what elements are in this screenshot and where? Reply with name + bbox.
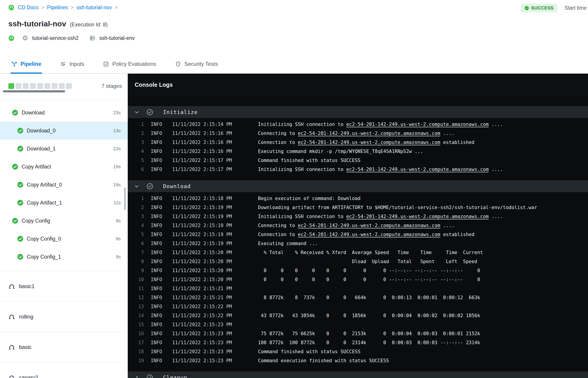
log-level: INFO <box>151 358 172 363</box>
log-text: Connecting to <box>258 131 298 136</box>
tab-pipeline[interactable]: Pipeline <box>11 55 41 73</box>
chevron-down-icon[interactable] <box>134 183 140 189</box>
log-level: INFO <box>151 277 172 282</box>
log-line: 2INFO11/11/2022 2:15:16 PMConnecting to … <box>128 129 588 138</box>
log-link: ec2-54-201-142-249.us-west-2.compute.ama… <box>298 140 440 145</box>
log-line-number: 15 <box>128 322 144 327</box>
log-text: 0 0 0 0 0 0 0 0 --:--:-- --:--:-- --:--:… <box>258 268 480 273</box>
sidebar-scrollbar[interactable] <box>124 188 126 210</box>
log-message: Command execution finished with status S… <box>258 358 389 363</box>
log-timestamp: 11/11/2022 2:15:14 PM <box>172 122 258 127</box>
minimap-square[interactable] <box>52 83 57 89</box>
minimap-square[interactable] <box>8 83 14 89</box>
section-success-icon <box>147 183 153 190</box>
log-line: 14INFO11/11/2022 2:15:22 PM 43 8772k 43 … <box>128 311 588 320</box>
tab-inputs[interactable]: Inputs <box>60 55 84 73</box>
stage-row-copy-config-0[interactable]: Copy Config_09s <box>0 230 128 248</box>
stage-row-download-0[interactable]: Download_013s <box>0 122 128 140</box>
log-section-title: Cleanup <box>163 375 187 378</box>
console-header: Console Logs <box>128 74 588 96</box>
stage-row-copy-artifact-0[interactable]: Copy Artifact_019s <box>0 176 128 194</box>
log-section-cleanup[interactable]: Cleanup <box>128 371 588 378</box>
log-text: Initializing SSH connection to <box>258 122 346 127</box>
environment-name[interactable]: ssh-tutorial-env <box>99 35 135 41</box>
log-line: 17INFO11/11/2022 2:15:23 PM100 8772k 100… <box>128 338 588 347</box>
chevron-down-icon[interactable] <box>134 109 140 115</box>
breadcrumb-link-pipelines[interactable]: Pipelines <box>47 4 68 11</box>
log-line: 7INFO11/11/2022 2:15:20 PM % Total % Rec… <box>128 248 588 257</box>
log-message: 43 8772k 43 3854k 0 0 1856k 0 0:00:04 0:… <box>258 313 480 318</box>
minimap-square[interactable] <box>59 83 65 89</box>
stage-label: Copy Config_1 <box>27 254 61 260</box>
log-line: 9INFO11/11/2022 2:15:20 PM 0 0 0 0 0 0 0… <box>128 266 588 275</box>
tab-bar: Pipeline Inputs Policy Evaluations Secur… <box>0 55 588 74</box>
log-timestamp: 11/11/2022 2:15:21 PM <box>172 286 258 291</box>
log-section-download[interactable]: Download <box>128 180 588 192</box>
minimap-square[interactable] <box>15 83 21 89</box>
execution-id: (Execution Id: 8) <box>70 22 107 28</box>
log-line-number: 5 <box>128 158 144 163</box>
pipeline-item-basic[interactable]: basic <box>0 332 128 362</box>
log-text: 0 0 0 0 0 0 0 0 --:--:-- --:--:-- --:--:… <box>258 277 480 282</box>
minimap-square[interactable] <box>30 83 36 89</box>
minimap-square[interactable] <box>44 83 50 89</box>
log-timestamp: 11/11/2022 2:15:22 PM <box>172 313 258 318</box>
log-text: .... <box>440 131 454 136</box>
pipeline-item-canary2[interactable]: canary2 <box>0 362 128 378</box>
log-timestamp: 11/11/2022 2:15:23 PM <box>172 358 258 363</box>
log-line: 2INFO11/11/2022 2:15:19 PMDownloading ar… <box>128 203 588 212</box>
log-level: INFO <box>151 259 172 264</box>
environment-icon <box>89 35 95 41</box>
breadcrumb-separator: > <box>114 4 117 11</box>
pipeline-item-rolling[interactable]: rolling <box>0 301 128 332</box>
log-line: 5INFO11/11/2022 2:15:19 PMConnection to … <box>128 230 588 239</box>
log-level: INFO <box>151 232 172 237</box>
log-message: Connecting to ec2-54-201-142-249.us-west… <box>258 223 454 228</box>
tab-label: Pipeline <box>21 61 41 67</box>
gear-icon: ⚙ <box>22 35 28 41</box>
log-timestamp: 11/11/2022 2:15:23 PM <box>172 340 258 345</box>
minimap-square[interactable] <box>66 83 72 89</box>
stage-row-download-1[interactable]: Download_123s <box>0 140 128 158</box>
minimap-scrollbar[interactable] <box>3 90 65 92</box>
service-name[interactable]: tutorial-service-ssh2 <box>32 35 79 41</box>
stage-label: Copy Artifact_1 <box>27 200 62 206</box>
log-section-initialize[interactable]: Initialize <box>128 106 588 118</box>
log-line: 6INFO11/11/2022 2:15:17 PMInitializing S… <box>128 165 588 174</box>
stage-row-copy-artifact-1[interactable]: Copy Artifact_111s <box>0 194 128 212</box>
stage-row-download[interactable]: Download23s <box>0 104 128 122</box>
log-timestamp: 11/11/2022 2:15:16 PM <box>172 131 258 136</box>
log-level: INFO <box>151 322 172 327</box>
log-timestamp: 11/11/2022 2:15:20 PM <box>172 250 258 255</box>
log-message: Initializing SSH connection to ec2-54-20… <box>258 122 503 127</box>
log-timestamp: 11/11/2022 2:15:17 PM <box>172 167 258 172</box>
chevron-right-icon[interactable] <box>134 375 140 378</box>
log-line: 10INFO11/11/2022 2:15:20 PM 0 0 0 0 0 0 … <box>128 275 588 284</box>
console-body: Initialize1INFO11/11/2022 2:15:14 PMInit… <box>128 96 588 378</box>
stage-row-copy-config-1[interactable]: Copy Config_19s <box>0 248 128 266</box>
log-level: INFO <box>151 158 172 163</box>
minimap-square[interactable] <box>37 83 43 89</box>
pipeline-item-basic1[interactable]: basic1 <box>0 271 128 301</box>
log-text: Executing command mkdir -p /tmp/WYQNESE_… <box>258 149 423 154</box>
stage-row-copy-config[interactable]: Copy Config9s <box>0 212 128 230</box>
tab-policy-evaluations[interactable]: Policy Evaluations <box>103 55 156 73</box>
log-text: .... <box>489 167 503 172</box>
breadcrumb-link-cd-docs[interactable]: CD Docs <box>18 4 39 11</box>
tab-security-tests[interactable]: Security Tests <box>175 55 218 73</box>
pipeline-label: basic <box>19 344 32 350</box>
log-line: 11INFO11/11/2022 2:15:21 PM <box>128 284 588 293</box>
stage-duration: 23s <box>113 110 128 115</box>
log-level: INFO <box>151 167 172 172</box>
log-lines: 1INFO11/11/2022 2:15:18 PMBegin executio… <box>128 192 588 371</box>
success-check-icon <box>17 235 24 242</box>
minimap-square[interactable] <box>23 83 29 89</box>
log-line: 15INFO11/11/2022 2:15:23 PM <box>128 320 588 329</box>
success-check-icon <box>17 181 24 188</box>
log-text: Connection to <box>258 232 298 237</box>
breadcrumb-link-ssh-tutorial-nov[interactable]: ssh-tutorial-nov <box>76 4 112 11</box>
execution-minimap: 7 stages <box>0 74 128 100</box>
stage-duration: 13s <box>113 128 128 133</box>
log-timestamp: 11/11/2022 2:15:19 PM <box>172 205 258 210</box>
stage-row-copy-artifact[interactable]: Copy Artifact19s <box>0 158 128 176</box>
